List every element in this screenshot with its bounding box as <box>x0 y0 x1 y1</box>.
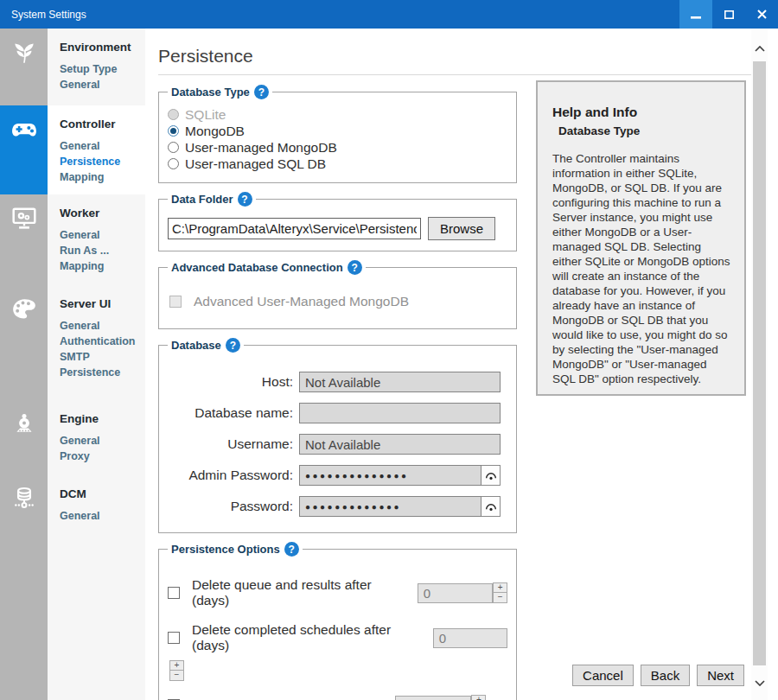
sidebar-icon-server-ui[interactable] <box>0 285 48 400</box>
nav-section-worker: WorkerGeneralRun As ...Mapping <box>48 194 145 285</box>
days-input-delete-queue-and-results-after-days[interactable]: 0 <box>418 583 493 603</box>
scroll-down-button[interactable] <box>751 675 768 691</box>
database-name-input[interactable] <box>299 403 501 423</box>
nav-item-server-ui-persistence[interactable]: Persistence <box>60 365 145 380</box>
radio-user-managed-sql-db[interactable] <box>168 158 179 169</box>
checkbox-delete-queue-and-results-after-days[interactable] <box>168 587 180 599</box>
help-panel-body: The Controller maintains information in … <box>552 151 731 386</box>
database-type-group: Database Type ? SQLiteMongoDBUser-manage… <box>158 85 517 183</box>
database-fields: Host:Not AvailableDatabase name:Username… <box>168 372 507 517</box>
cancel-button[interactable]: Cancel <box>572 665 634 686</box>
minimize-button[interactable] <box>679 0 712 29</box>
sidebar-icon-controller[interactable] <box>0 105 48 194</box>
host-input[interactable]: Not Available <box>299 372 501 392</box>
days-input-delete-uploaded-files-after-days[interactable]: 0 <box>395 696 471 700</box>
persistence-option-delete-uploaded-files-after-days: Delete uploaded files after (days)0+− <box>168 695 507 700</box>
chevron-down-icon <box>755 680 765 686</box>
help-icon-database[interactable]: ? <box>226 338 240 353</box>
browse-button[interactable]: Browse <box>428 217 495 240</box>
checkbox-delete-completed-schedules-after-days[interactable] <box>168 632 180 644</box>
persistence-option-delete-queue-and-results-after-days: Delete queue and results after (days)0+− <box>168 577 507 608</box>
number-spinner-2[interactable]: +− <box>471 695 486 700</box>
spinner-up-button[interactable]: + <box>471 695 486 700</box>
system-settings-window: System Settings EnvironmentSetup TypeGen… <box>0 0 778 700</box>
nav-section-server-ui: Server UIGeneralAuthenticationSMTPPersis… <box>48 285 145 400</box>
sidebar-icon-worker[interactable] <box>0 194 48 285</box>
number-spinner-1[interactable]: +− <box>169 660 184 681</box>
help-panel-subtitle: Database Type <box>558 124 731 137</box>
data-folder-label: Data Folder <box>171 193 233 206</box>
nav-item-controller-mapping[interactable]: Mapping <box>60 169 145 185</box>
field-label-database-name: Database name: <box>168 405 299 421</box>
nav-header-environment: Environment <box>60 41 145 54</box>
field-admin-password: ●●●●●●●●●●●●●● <box>299 465 501 486</box>
radio-option-mongodb[interactable]: MongoDB <box>168 123 507 139</box>
scroll-up-button[interactable] <box>751 41 768 57</box>
sidebar-icon-engine[interactable] <box>0 400 48 475</box>
train-icon <box>12 410 36 435</box>
next-button[interactable]: Next <box>697 665 744 686</box>
nav-header-server-ui: Server UI <box>60 297 145 310</box>
days-input-delete-completed-schedules-after-days[interactable]: 0 <box>433 628 507 648</box>
help-icon-database-type[interactable]: ? <box>254 85 269 99</box>
nav-header-controller: Controller <box>60 118 145 130</box>
password-reveal-button[interactable] <box>481 496 501 517</box>
username-input[interactable]: Not Available <box>299 434 501 455</box>
advanced-mongodb-checkbox[interactable] <box>169 296 182 308</box>
database-network-icon <box>11 486 37 512</box>
radio-mongodb[interactable] <box>168 125 179 137</box>
vertical-scrollbar <box>751 29 768 700</box>
nav-item-worker-run-as[interactable]: Run As ... <box>60 243 145 258</box>
nav-item-server-ui-authentication[interactable]: Authentication <box>60 334 145 349</box>
radio-option-user-managed-sql-db[interactable]: User-managed SQL DB <box>168 156 507 172</box>
radio-label-sqlite: SQLite <box>185 106 226 123</box>
nav-section-dcm: DCMGeneral <box>48 475 145 550</box>
database-group: Database ? Host:Not AvailableDatabase na… <box>158 338 517 533</box>
footer-buttons: Cancel Back Next <box>572 665 744 686</box>
nav-item-environment-setup-type[interactable]: Setup Type <box>60 61 145 77</box>
nav-item-controller-general[interactable]: General <box>60 138 145 154</box>
admin-password-reveal-button[interactable] <box>481 465 501 486</box>
sidebar-icon-dcm[interactable] <box>0 475 48 550</box>
help-icon-persistence-options[interactable]: ? <box>284 542 299 557</box>
help-panel-title: Help and Info <box>552 105 731 120</box>
nav-panel: EnvironmentSetup TypeGeneralControllerGe… <box>48 29 145 700</box>
nav-item-dcm-general[interactable]: General <box>60 508 145 524</box>
nav-item-server-ui-general[interactable]: General <box>60 318 145 334</box>
sidebar-icon-environment[interactable] <box>0 29 48 105</box>
scrollbar-thumb[interactable] <box>753 61 766 665</box>
maximize-icon <box>724 10 734 19</box>
nav-header-engine: Engine <box>60 412 145 425</box>
help-icon-data-folder[interactable]: ? <box>238 192 252 207</box>
nav-item-controller-persistence[interactable]: Persistence <box>60 154 145 169</box>
maximize-button[interactable] <box>712 0 745 29</box>
nav-item-engine-proxy[interactable]: Proxy <box>60 449 145 464</box>
number-spinner-0[interactable]: +− <box>493 582 507 603</box>
password-input[interactable]: ●●●●●●●●●●●●● <box>299 496 481 517</box>
admin-password-input[interactable]: ●●●●●●●●●●●●●● <box>299 465 481 486</box>
spinner-down-button[interactable]: − <box>493 593 507 603</box>
close-button[interactable] <box>745 0 778 29</box>
back-button[interactable]: Back <box>641 665 690 686</box>
radio-user-managed-mongodb[interactable] <box>168 142 179 153</box>
icon-strip <box>0 29 48 700</box>
nav-item-engine-general[interactable]: General <box>60 433 145 449</box>
field-label-admin-password: Admin Password: <box>168 468 299 483</box>
nav-item-server-ui-smtp[interactable]: SMTP <box>60 349 145 365</box>
data-folder-input[interactable] <box>168 218 421 239</box>
spinner-down-button[interactable]: − <box>169 671 184 681</box>
nav-item-worker-mapping[interactable]: Mapping <box>60 258 145 274</box>
data-folder-legend: Data Folder ? <box>168 192 256 207</box>
nav-header-dcm: DCM <box>60 487 145 500</box>
option-label-delete-completed-schedules-after-days: Delete completed schedules after (days) <box>192 622 426 653</box>
help-icon-advanced-connection[interactable]: ? <box>348 260 362 275</box>
radio-sqlite <box>168 109 179 120</box>
title-divider <box>158 74 761 75</box>
radio-option-user-managed-mongodb[interactable]: User-managed MongoDB <box>168 139 507 156</box>
nav-item-environment-general[interactable]: General <box>60 77 145 92</box>
window-title: System Settings <box>0 9 86 21</box>
advanced-mongodb-row: Advanced User-Managed MongoDB <box>169 294 507 309</box>
field-label-username: Username: <box>168 436 299 452</box>
nav-header-worker: Worker <box>60 207 145 220</box>
nav-item-worker-general[interactable]: General <box>60 227 145 243</box>
